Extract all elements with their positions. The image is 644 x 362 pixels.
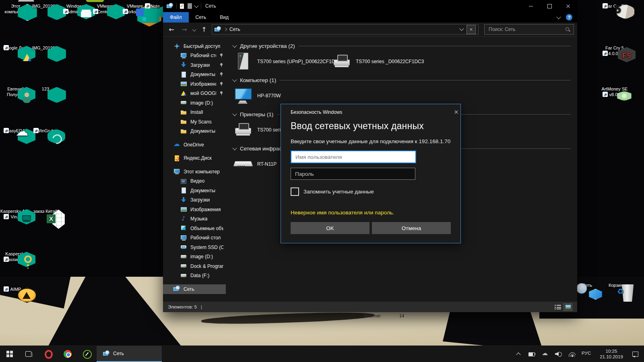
desktop-icon[interactable]: Google Диск [0,45,31,51]
sidebar-item[interactable]: Загрузки [163,60,226,70]
collapse-chevron-icon[interactable] [232,77,237,82]
shortcut-arrow-icon [4,286,9,292]
sidebar-item[interactable]: Яндекс.Диск [163,154,226,163]
close-button[interactable] [559,0,577,12]
desktop-icon[interactable]: Этот компьютер [0,3,31,14]
qat-customize-chevron-icon[interactable] [194,3,198,8]
up-button[interactable]: ↑ [199,26,209,33]
file-tile[interactable]: TS700 series (UPnP)_D00622CF1DC3 [233,51,332,72]
sidebar-item[interactable]: Install [163,108,226,117]
taskbar-button[interactable] [58,346,77,362]
sidebar-item[interactable]: Рабочий стол [163,51,226,61]
desktop-icon[interactable]: Kaspersky Passwords [0,251,31,262]
menu-item[interactable]: Файл [163,12,189,23]
menu-item[interactable]: Вид [213,12,235,23]
desktop-icon[interactable]: VMware vCenter ... [89,3,121,14]
sidebar-item[interactable]: OneDrive [163,140,226,150]
sidebar-item[interactable]: Документы [163,70,226,80]
sidebar-item[interactable]: мой GOOGLE [163,89,226,99]
sidebar-item[interactable]: Видео [163,177,226,186]
desktop-icon[interactable]: Far Cry 5 v1.4.0.0 + ... [599,45,630,56]
desktop-icon[interactable]: IMG_20190... [30,45,61,51]
desktop-icon[interactable]: Kaspersky Anti-Virus [0,208,31,220]
desktop-icon [180,52,187,59]
sidebar-item[interactable]: Загрузки [163,195,226,205]
help-icon[interactable]: ? [566,14,572,21]
file-tile[interactable]: TS700 series _D00622CF1DC3 [332,51,430,72]
breadcrumb[interactable]: Сеть [229,27,240,32]
sidebar-item[interactable]: image (D:) [163,252,226,262]
sidebar-item[interactable]: Рабочий стол [163,233,226,243]
desktop-icon[interactable]: Корзина [601,282,633,288]
recent-locations-chevron-icon[interactable] [192,27,196,31]
sidebar-item[interactable]: Изображения [163,79,226,89]
sidebar-item[interactable]: Сеть [163,284,226,294]
forward-button[interactable]: → [179,26,190,33]
desktop-icon[interactable]: WinGrub [30,128,61,134]
wallpaper-shape [201,311,375,326]
minimize-button[interactable] [522,0,540,12]
sidebar-item[interactable]: System SSD (C:) [163,243,226,252]
taskbar-button[interactable] [77,346,97,362]
menu-item[interactable]: Сеть [189,12,213,23]
sidebar-item[interactable]: Изображения [163,205,226,214]
yandex-icon [173,155,180,162]
back-button[interactable]: ← [166,26,177,33]
sidebar-item[interactable]: Быстрый доступ [163,41,226,51]
sidebar-item[interactable]: image (D:) [163,98,226,108]
sidebar-item[interactable]: Документы [163,127,226,136]
details-view-button[interactable] [555,304,561,310]
clock[interactable]: 10:25 21.10.2019 [597,348,626,360]
desktop-icon[interactable]: заказ Китай [30,208,61,214]
dialog-close-button[interactable] [448,104,460,112]
taskbar-button[interactable] [39,346,58,362]
password-field[interactable] [291,168,415,180]
battery-icon[interactable] [528,351,536,357]
username-field[interactable] [291,150,416,163]
language-indicator[interactable]: РУС [582,351,591,357]
properties-icon[interactable] [180,3,185,9]
desktop-icon[interactable]: Евгений Полунин [0,86,31,97]
address-dropdown-icon[interactable] [459,26,464,31]
desktop-icon[interactable]: 123 [30,86,61,92]
collapse-chevron-icon[interactable] [232,146,237,150]
cancel-button[interactable]: Отмена [372,222,451,234]
sidebar-item[interactable]: Документы [163,186,226,195]
desktop-icon[interactable]: EasyEDA [0,128,31,134]
volume-icon[interactable] [555,351,562,357]
wifi-icon[interactable] [568,352,576,357]
group-header[interactable]: Другие устройства (2) [233,43,573,49]
sidebar-item[interactable]: Data (F:) [163,271,226,281]
maximize-button[interactable] [540,0,559,12]
ok-button[interactable]: OK [291,222,369,234]
group-header[interactable]: Компьютер (1) [233,77,573,83]
tray-overflow-chevron-icon[interactable] [515,351,522,357]
taskbar-button[interactable] [0,346,19,362]
desktop-icon[interactable]: Far Cry 5 [599,3,630,9]
onedrive-tray-icon[interactable] [542,351,549,357]
sidebar-item[interactable]: My Scans [163,117,226,127]
new-folder-icon[interactable] [188,3,192,9]
download-icon [180,62,187,68]
sidebar-item[interactable]: Этот компьютер [163,167,226,177]
desktop-icon[interactable]: IMG_20190... [30,3,61,9]
collapse-chevron-icon[interactable] [232,43,237,47]
sidebar-item[interactable]: Объемные объекты [163,224,226,233]
desktop-icon[interactable]: ArtMoney SE v8.05 [599,86,630,97]
address-bar[interactable]: Сеть [212,24,479,35]
large-icons-view-button[interactable] [564,303,572,311]
search-box[interactable] [484,24,574,35]
collapse-chevron-icon[interactable] [232,111,237,116]
file-tile[interactable]: HP-8770W [233,86,332,106]
taskbar-button[interactable] [19,346,39,362]
sidebar-item[interactable]: Dock & Programm [163,261,226,271]
action-center-icon[interactable] [632,351,639,357]
taskbar-app-network[interactable]: Сеть [97,346,162,362]
expand-ribbon-icon[interactable] [556,14,561,19]
desktop-icon[interactable]: Windows Admin ... [60,3,91,14]
remember-credentials-checkbox[interactable] [291,187,299,196]
sidebar-item[interactable]: Музыка [163,214,226,224]
desktop-icon[interactable]: AIMP [0,286,31,292]
stop-refresh-button[interactable] [466,25,476,34]
search-input[interactable] [488,26,565,33]
